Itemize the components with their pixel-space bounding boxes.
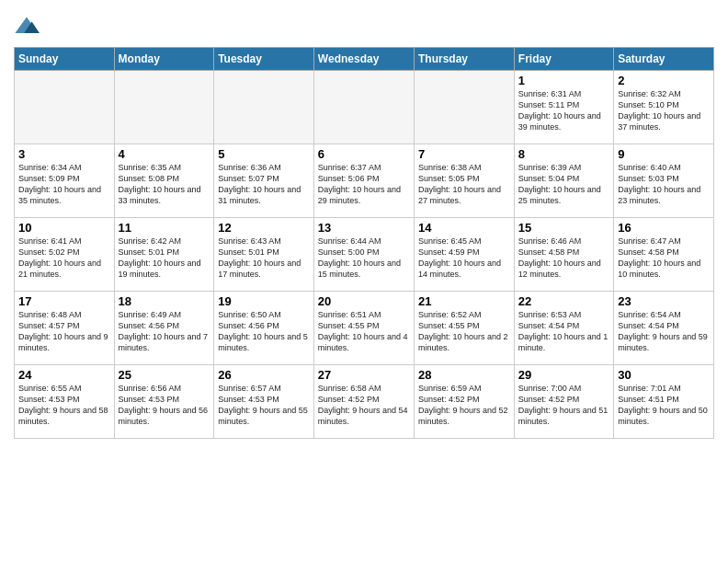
day-info: Sunrise: 7:00 AM Sunset: 4:52 PM Dayligh… xyxy=(518,383,609,428)
day-info: Sunrise: 6:37 AM Sunset: 5:06 PM Dayligh… xyxy=(318,162,410,207)
calendar-cell: 13Sunrise: 6:44 AM Sunset: 5:00 PM Dayli… xyxy=(313,218,414,292)
weekday-header-tuesday: Tuesday xyxy=(214,48,314,71)
day-number: 15 xyxy=(518,221,609,235)
calendar-cell: 26Sunrise: 6:57 AM Sunset: 4:53 PM Dayli… xyxy=(214,365,314,439)
calendar-cell: 1Sunrise: 6:31 AM Sunset: 5:11 PM Daylig… xyxy=(514,71,613,144)
weekday-header-thursday: Thursday xyxy=(414,48,514,71)
day-info: Sunrise: 6:52 AM Sunset: 4:55 PM Dayligh… xyxy=(418,309,510,354)
day-number: 2 xyxy=(618,74,710,87)
calendar-cell: 19Sunrise: 6:50 AM Sunset: 4:56 PM Dayli… xyxy=(214,292,314,365)
day-info: Sunrise: 6:43 AM Sunset: 5:01 PM Dayligh… xyxy=(218,236,310,281)
day-number: 16 xyxy=(618,221,710,235)
day-number: 19 xyxy=(218,294,310,308)
calendar-cell: 10Sunrise: 6:41 AM Sunset: 5:02 PM Dayli… xyxy=(15,218,115,292)
day-info: Sunrise: 6:39 AM Sunset: 5:04 PM Dayligh… xyxy=(518,162,609,207)
day-number: 8 xyxy=(518,147,609,161)
calendar-week-4: 17Sunrise: 6:48 AM Sunset: 4:57 PM Dayli… xyxy=(15,292,714,365)
day-info: Sunrise: 6:36 AM Sunset: 5:07 PM Dayligh… xyxy=(218,162,310,207)
day-number: 17 xyxy=(18,294,110,308)
day-info: Sunrise: 6:54 AM Sunset: 4:54 PM Dayligh… xyxy=(618,309,710,354)
calendar-week-5: 24Sunrise: 6:55 AM Sunset: 4:53 PM Dayli… xyxy=(15,365,714,439)
day-info: Sunrise: 6:49 AM Sunset: 4:56 PM Dayligh… xyxy=(119,309,210,354)
calendar-cell: 14Sunrise: 6:45 AM Sunset: 4:59 PM Dayli… xyxy=(414,218,514,292)
calendar-week-2: 3Sunrise: 6:34 AM Sunset: 5:09 PM Daylig… xyxy=(15,144,714,218)
day-number: 24 xyxy=(18,368,110,382)
day-info: Sunrise: 6:41 AM Sunset: 5:02 PM Dayligh… xyxy=(18,236,110,281)
calendar-header-row: SundayMondayTuesdayWednesdayThursdayFrid… xyxy=(15,48,714,71)
day-info: Sunrise: 6:35 AM Sunset: 5:08 PM Dayligh… xyxy=(119,162,210,207)
day-info: Sunrise: 6:56 AM Sunset: 4:53 PM Dayligh… xyxy=(119,383,210,428)
day-number: 29 xyxy=(518,368,609,382)
weekday-header-sunday: Sunday xyxy=(15,48,115,71)
logo xyxy=(14,14,42,40)
day-number: 23 xyxy=(618,294,710,308)
day-info: Sunrise: 6:59 AM Sunset: 4:52 PM Dayligh… xyxy=(418,383,510,428)
day-number: 25 xyxy=(119,368,210,382)
day-info: Sunrise: 7:01 AM Sunset: 4:51 PM Dayligh… xyxy=(618,383,710,428)
day-info: Sunrise: 6:57 AM Sunset: 4:53 PM Dayligh… xyxy=(218,383,310,428)
day-info: Sunrise: 6:48 AM Sunset: 4:57 PM Dayligh… xyxy=(18,309,110,354)
day-info: Sunrise: 6:42 AM Sunset: 5:01 PM Dayligh… xyxy=(119,236,210,281)
day-number: 12 xyxy=(218,221,310,235)
day-info: Sunrise: 6:44 AM Sunset: 5:00 PM Dayligh… xyxy=(318,236,410,281)
day-number: 3 xyxy=(18,147,110,161)
day-info: Sunrise: 6:38 AM Sunset: 5:05 PM Dayligh… xyxy=(418,162,510,207)
day-number: 4 xyxy=(119,147,210,161)
calendar-cell: 23Sunrise: 6:54 AM Sunset: 4:54 PM Dayli… xyxy=(614,292,714,365)
day-number: 21 xyxy=(418,294,510,308)
calendar-cell: 20Sunrise: 6:51 AM Sunset: 4:55 PM Dayli… xyxy=(313,292,414,365)
calendar-cell: 11Sunrise: 6:42 AM Sunset: 5:01 PM Dayli… xyxy=(114,218,214,292)
day-number: 28 xyxy=(418,368,510,382)
calendar-cell xyxy=(313,71,414,144)
day-info: Sunrise: 6:50 AM Sunset: 4:56 PM Dayligh… xyxy=(218,309,310,354)
calendar-cell: 3Sunrise: 6:34 AM Sunset: 5:09 PM Daylig… xyxy=(15,144,115,218)
calendar-cell: 8Sunrise: 6:39 AM Sunset: 5:04 PM Daylig… xyxy=(514,144,613,218)
day-number: 1 xyxy=(518,74,609,87)
calendar-cell: 28Sunrise: 6:59 AM Sunset: 4:52 PM Dayli… xyxy=(414,365,514,439)
calendar-cell xyxy=(15,71,115,144)
calendar-cell: 4Sunrise: 6:35 AM Sunset: 5:08 PM Daylig… xyxy=(114,144,214,218)
day-number: 27 xyxy=(318,368,410,382)
day-number: 14 xyxy=(418,221,510,235)
calendar-cell: 18Sunrise: 6:49 AM Sunset: 4:56 PM Dayli… xyxy=(114,292,214,365)
calendar-cell: 16Sunrise: 6:47 AM Sunset: 4:58 PM Dayli… xyxy=(614,218,714,292)
day-number: 13 xyxy=(318,221,410,235)
calendar-cell: 9Sunrise: 6:40 AM Sunset: 5:03 PM Daylig… xyxy=(614,144,714,218)
day-info: Sunrise: 6:32 AM Sunset: 5:10 PM Dayligh… xyxy=(618,88,710,133)
day-number: 7 xyxy=(418,147,510,161)
calendar-week-3: 10Sunrise: 6:41 AM Sunset: 5:02 PM Dayli… xyxy=(15,218,714,292)
day-number: 20 xyxy=(318,294,410,308)
calendar-table: SundayMondayTuesdayWednesdayThursdayFrid… xyxy=(14,47,714,439)
calendar-cell: 12Sunrise: 6:43 AM Sunset: 5:01 PM Dayli… xyxy=(214,218,314,292)
day-info: Sunrise: 6:40 AM Sunset: 5:03 PM Dayligh… xyxy=(618,162,710,207)
calendar-cell: 5Sunrise: 6:36 AM Sunset: 5:07 PM Daylig… xyxy=(214,144,314,218)
weekday-header-wednesday: Wednesday xyxy=(313,48,414,71)
day-info: Sunrise: 6:45 AM Sunset: 4:59 PM Dayligh… xyxy=(418,236,510,281)
calendar-cell: 27Sunrise: 6:58 AM Sunset: 4:52 PM Dayli… xyxy=(313,365,414,439)
day-number: 30 xyxy=(618,368,710,382)
day-number: 9 xyxy=(618,147,710,161)
day-info: Sunrise: 6:55 AM Sunset: 4:53 PM Dayligh… xyxy=(18,383,110,428)
calendar-cell: 21Sunrise: 6:52 AM Sunset: 4:55 PM Dayli… xyxy=(414,292,514,365)
calendar-cell: 7Sunrise: 6:38 AM Sunset: 5:05 PM Daylig… xyxy=(414,144,514,218)
calendar-week-1: 1Sunrise: 6:31 AM Sunset: 5:11 PM Daylig… xyxy=(15,71,714,144)
day-info: Sunrise: 6:47 AM Sunset: 4:58 PM Dayligh… xyxy=(618,236,710,281)
day-number: 18 xyxy=(119,294,210,308)
calendar-cell: 2Sunrise: 6:32 AM Sunset: 5:10 PM Daylig… xyxy=(614,71,714,144)
day-number: 6 xyxy=(318,147,410,161)
calendar-cell: 6Sunrise: 6:37 AM Sunset: 5:06 PM Daylig… xyxy=(313,144,414,218)
day-number: 26 xyxy=(218,368,310,382)
day-number: 10 xyxy=(18,221,110,235)
calendar-cell: 22Sunrise: 6:53 AM Sunset: 4:54 PM Dayli… xyxy=(514,292,613,365)
calendar-cell: 25Sunrise: 6:56 AM Sunset: 4:53 PM Dayli… xyxy=(114,365,214,439)
day-number: 22 xyxy=(518,294,609,308)
page-container: SundayMondayTuesdayWednesdayThursdayFrid… xyxy=(0,0,728,443)
weekday-header-monday: Monday xyxy=(114,48,214,71)
page-header xyxy=(14,9,714,40)
weekday-header-friday: Friday xyxy=(514,48,613,71)
calendar-cell: 29Sunrise: 7:00 AM Sunset: 4:52 PM Dayli… xyxy=(514,365,613,439)
calendar-cell: 30Sunrise: 7:01 AM Sunset: 4:51 PM Dayli… xyxy=(614,365,714,439)
calendar-cell: 17Sunrise: 6:48 AM Sunset: 4:57 PM Dayli… xyxy=(15,292,115,365)
day-info: Sunrise: 6:53 AM Sunset: 4:54 PM Dayligh… xyxy=(518,309,609,354)
day-number: 5 xyxy=(218,147,310,161)
